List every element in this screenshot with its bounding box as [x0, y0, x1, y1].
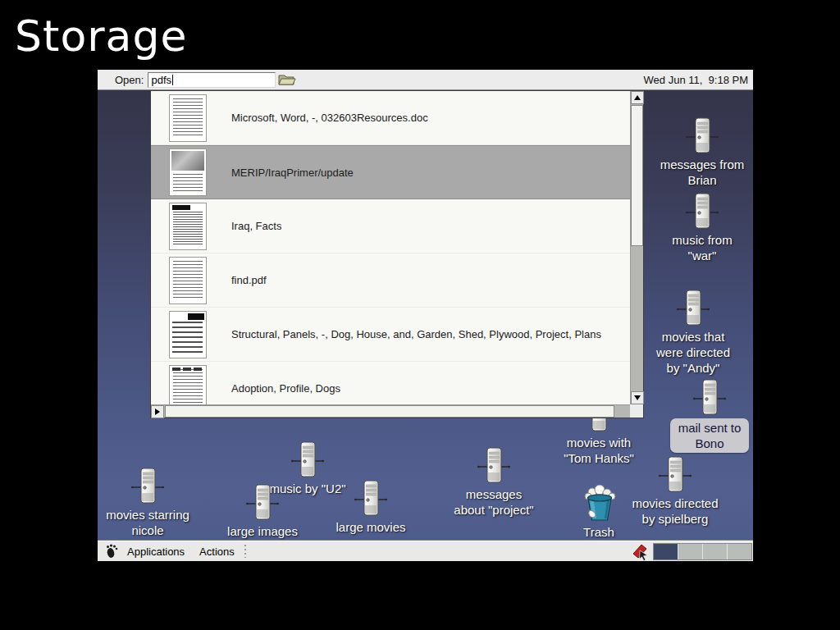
drive-icon [131, 468, 164, 505]
scroll-right-icon[interactable] [151, 405, 164, 418]
search-results-dropdown: Microsoft, Word, -, 032603Resources.doc … [150, 90, 644, 418]
drive-icon [291, 441, 324, 479]
result-label: Structural, Panels, -, Dog, House, and, … [231, 328, 601, 340]
desktop-icon-label: movies directed by spielberg [632, 495, 718, 527]
desktop-icon-label: movies starring nicole [106, 507, 189, 538]
desktop-icon-messages-from-brian[interactable]: messages from Brian [641, 117, 753, 188]
result-row[interactable]: find.pdf [151, 253, 630, 308]
desktop-icon-label: large movies [336, 519, 405, 535]
drive-icon [686, 193, 719, 231]
result-row-selected[interactable]: MERIP/IraqPrimer/update [151, 145, 630, 199]
horizontal-scrollbar[interactable] [151, 404, 630, 418]
folder-open-icon [278, 73, 296, 86]
desktop-icon-movies-directed-by-spielberg[interactable]: movies directed by spielberg [614, 456, 737, 527]
horizontal-scrollbar-thumb[interactable] [165, 405, 614, 418]
desktop-screen: messages from Brian music from "war" mov… [98, 70, 753, 561]
scroll-down-icon[interactable] [631, 391, 644, 404]
desktop-icon-label: messages from Brian [660, 157, 745, 188]
desktop-icon-large-movies[interactable]: large movies [309, 480, 432, 535]
desktop-icon-movies-directed-by-andy[interactable]: movies that were directed by "Andy" [632, 290, 753, 376]
page-title: Storage [15, 11, 187, 61]
search-input-value: pdfs [151, 74, 171, 86]
document-thumbnail-icon [169, 365, 207, 405]
result-label: MERIP/IraqPrimer/update [231, 167, 354, 179]
workspace-4[interactable] [728, 544, 751, 559]
drive-icon [477, 447, 510, 485]
desktop-icon-movies-starring-nicole[interactable]: movies starring nicole [98, 468, 209, 538]
screenshot-tool-icon[interactable] [631, 542, 651, 562]
gnome-foot-icon [104, 544, 118, 559]
desktop-icon-label: large images [227, 523, 298, 539]
desktop-icon-music-from-war[interactable]: music from "war" [641, 193, 753, 263]
document-thumbnail-icon [169, 94, 207, 142]
search-input[interactable]: pdfs [148, 72, 276, 88]
vertical-scrollbar-thumb[interactable] [631, 105, 643, 246]
applications-menu[interactable]: Applications [120, 541, 192, 562]
drive-icon [659, 456, 692, 494]
drive-icon [693, 379, 726, 417]
trash-icon [580, 485, 618, 523]
result-row[interactable]: Microsoft, Word, -, 032603Resources.doc [151, 91, 630, 145]
desktop-icon-large-images[interactable]: large images [201, 484, 324, 539]
result-label: Iraq, Facts [231, 220, 281, 232]
desktop-icon-label: music from "war" [672, 232, 732, 263]
drive-icon [354, 480, 387, 518]
desktop-icon-label: movies that were directed by "Andy" [656, 329, 730, 376]
workspace-1[interactable] [654, 544, 678, 559]
drive-icon [686, 117, 719, 155]
desktop-icon-label: mail sent to Bono [670, 418, 750, 453]
actions-menu[interactable]: Actions [192, 541, 242, 562]
vertical-scrollbar[interactable] [630, 91, 643, 404]
workspace-switcher [653, 543, 752, 560]
desktop-icon-mail-sent-to-bono[interactable]: mail sent to Bono [648, 379, 753, 453]
workspace-3[interactable] [703, 544, 728, 559]
panel-separator [244, 545, 248, 558]
result-row[interactable]: Iraq, Facts [151, 199, 630, 253]
desktop-icon-label: Trash [583, 524, 614, 540]
result-label: Microsoft, Word, -, 032603Resources.doc [231, 112, 428, 124]
document-thumbnail-icon [169, 311, 207, 358]
result-label: Adoption, Profile, Dogs [231, 382, 340, 395]
taskbar-panel: Applications Actions [98, 541, 753, 561]
results-list: Microsoft, Word, -, 032603Resources.doc … [151, 91, 630, 404]
desktop-icon-label: messages about "project" [454, 486, 533, 518]
result-row[interactable]: Structural, Panels, -, Dog, House, and, … [151, 308, 630, 362]
drive-icon [677, 290, 710, 327]
scroll-up-icon[interactable] [631, 91, 644, 104]
result-label: find.pdf [231, 274, 267, 286]
open-folder-button[interactable] [277, 71, 297, 89]
panel-right-section [631, 541, 753, 561]
scrollbar-corner [630, 404, 643, 418]
workspace-2[interactable] [678, 544, 703, 559]
document-thumbnail-icon [169, 257, 207, 304]
text-cursor [172, 75, 173, 85]
clock: Wed Jun 11, 9:18 PM [644, 70, 748, 90]
top-bar: Open: pdfs Wed Jun 11, 9:18 PM [98, 70, 753, 90]
drive-icon [246, 484, 279, 522]
gnome-menu-button[interactable] [102, 541, 120, 562]
document-thumbnail-icon [169, 203, 207, 250]
document-thumbnail-icon [169, 148, 207, 196]
open-label: Open: [115, 74, 144, 86]
result-row[interactable]: Adoption, Profile, Dogs [151, 362, 630, 404]
